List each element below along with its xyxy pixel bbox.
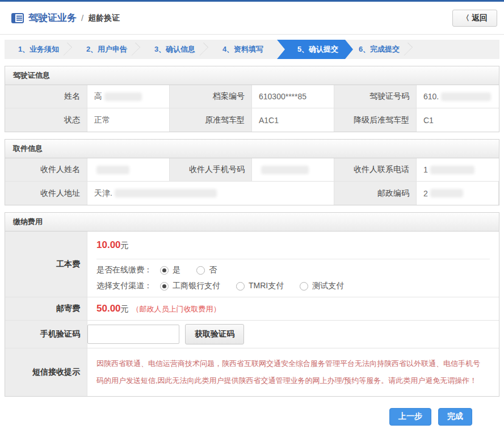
sms-code-label: 手机验证码 bbox=[5, 321, 87, 348]
redacted-blur bbox=[261, 166, 309, 174]
postal-code-label: 邮政编码 bbox=[334, 182, 417, 205]
recipient-address-label: 收件人地址 bbox=[5, 182, 87, 205]
name-label: 姓名 bbox=[5, 85, 87, 108]
original-class-label: 原准驾车型 bbox=[170, 108, 252, 132]
radio-checked-icon[interactable] bbox=[160, 282, 169, 291]
radio-unchecked-icon[interactable] bbox=[300, 282, 308, 291]
radio-checked-icon[interactable] bbox=[160, 266, 169, 275]
production-fee-label: 工本费 bbox=[5, 232, 87, 297]
name-value: 高 bbox=[87, 85, 170, 108]
sms-notice-label: 短信接收提示 bbox=[5, 348, 87, 396]
form-list-icon bbox=[11, 13, 24, 23]
status-value: 正常 bbox=[87, 108, 170, 132]
mail-fee-unit: 元 bbox=[121, 304, 129, 314]
production-fee-unit: 元 bbox=[121, 241, 129, 251]
pickup-info-section: 取件信息 收件人姓名 收件人手机号码 收件人联系电话 1 收件人地址 天津. 邮… bbox=[5, 139, 499, 205]
downgraded-class-label: 降级后准驾车型 bbox=[334, 108, 417, 132]
footer-actions: 上一步 完成 bbox=[0, 397, 504, 429]
mail-fee-note: （邮政人员上门收取费用） bbox=[132, 304, 221, 314]
breadcrumb-separator: / bbox=[81, 13, 83, 23]
license-number-value: 610. bbox=[417, 85, 499, 108]
page-subtitle: 超龄换证 bbox=[88, 13, 120, 23]
get-sms-code-button[interactable]: 获取验证码 bbox=[185, 324, 244, 344]
step-progress-bar: 1、业务须知 2、用户申告 3、确认信息 4、资料填写 5、确认提交 6、完成提… bbox=[5, 40, 499, 59]
mail-fee-cell: 50.00 元 （邮政人员上门收取费用） bbox=[87, 297, 499, 321]
license-section-title: 驾驶证信息 bbox=[5, 66, 499, 85]
recipient-mobile-label: 收件人手机号码 bbox=[170, 158, 252, 182]
pay-online-option-no[interactable]: 否 bbox=[196, 265, 217, 275]
pay-channel-question: 选择支付渠道： bbox=[96, 281, 152, 291]
redacted-blur bbox=[96, 166, 129, 174]
payment-section-title: 缴纳费用 bbox=[5, 213, 499, 232]
redacted-blur bbox=[430, 189, 463, 197]
pay-channel-option-test[interactable]: 测试支付 bbox=[300, 281, 344, 291]
radio-unchecked-icon[interactable] bbox=[236, 282, 245, 291]
chevron-left-icon: 〈 bbox=[462, 13, 469, 23]
pay-online-question: 是否在线缴费： bbox=[96, 265, 152, 275]
production-fee-cell: 10.00 元 是否在线缴费： 是 否 选择支付渠道： 工商银行支 bbox=[87, 232, 499, 297]
file-number-label: 档案编号 bbox=[170, 85, 252, 108]
redacted-blur bbox=[430, 166, 474, 174]
production-fee-amount: 10.00 bbox=[96, 239, 121, 251]
step-tab-3[interactable]: 3、确认信息 bbox=[141, 40, 209, 59]
radio-unchecked-icon[interactable] bbox=[196, 266, 205, 275]
pickup-section-title: 取件信息 bbox=[5, 140, 499, 158]
payment-section: 缴纳费用 工本费 10.00 元 是否在线缴费： 是 否 选择支 bbox=[5, 212, 499, 397]
pay-channel-option-tmri[interactable]: TMRI支付 bbox=[236, 281, 284, 291]
sms-notice-cell: 因陕西省联通、电信运营商技术问题，陕西省互联网交通安全综合服务管理平台无法向持陕… bbox=[87, 348, 499, 396]
recipient-name-label: 收件人姓名 bbox=[5, 158, 87, 182]
redacted-blur bbox=[115, 189, 217, 197]
pay-online-option-yes[interactable]: 是 bbox=[160, 265, 180, 275]
top-bar: 驾驶证业务 / 超龄换证 〈 返回 bbox=[0, 0, 504, 35]
file-number-value: 610300****85 bbox=[252, 85, 334, 108]
postal-code-value: 2 bbox=[417, 182, 499, 205]
status-label: 状态 bbox=[5, 108, 87, 132]
recipient-phone-value: 1 bbox=[417, 158, 499, 182]
step-bar-filler bbox=[413, 40, 499, 59]
mail-fee-label: 邮寄费 bbox=[5, 297, 87, 321]
recipient-mobile-value bbox=[252, 158, 334, 182]
step-tab-5-active[interactable]: 5、确认提交 bbox=[277, 40, 353, 59]
previous-step-button[interactable]: 上一步 bbox=[389, 408, 431, 426]
step-tab-2[interactable]: 2、用户申告 bbox=[73, 40, 141, 59]
step-tab-4[interactable]: 4、资料填写 bbox=[209, 40, 277, 59]
divider bbox=[96, 259, 490, 259]
downgraded-class-value: C1 bbox=[417, 108, 499, 132]
finish-button[interactable]: 完成 bbox=[438, 408, 472, 426]
redacted-blur bbox=[441, 92, 491, 101]
sms-code-input[interactable] bbox=[87, 325, 179, 344]
sms-code-cell: 获取验证码 bbox=[87, 321, 499, 348]
step-tab-6[interactable]: 6、完成提交 bbox=[345, 40, 413, 59]
license-number-label: 驾驶证号码 bbox=[334, 85, 417, 108]
back-button-label: 返回 bbox=[472, 13, 488, 23]
recipient-address-value: 天津. bbox=[87, 182, 334, 205]
mail-fee-amount: 50.00 bbox=[96, 303, 121, 314]
sms-notice-text: 因陕西省联通、电信运营商技术问题，陕西省互联网交通安全综合服务管理平台无法向持陕… bbox=[96, 348, 490, 396]
back-button[interactable]: 〈 返回 bbox=[452, 10, 497, 27]
original-class-value: A1C1 bbox=[252, 108, 334, 132]
license-info-section: 驾驶证信息 姓名 高 档案编号 610300****85 驾驶证号码 610. … bbox=[5, 66, 499, 132]
redacted-blur bbox=[104, 92, 142, 101]
page-title: 驾驶证业务 bbox=[28, 11, 77, 24]
step-tab-1[interactable]: 1、业务须知 bbox=[5, 40, 73, 59]
recipient-phone-label: 收件人联系电话 bbox=[334, 158, 417, 182]
recipient-name-value bbox=[87, 158, 170, 182]
pay-channel-option-icbc[interactable]: 工商银行支付 bbox=[160, 281, 220, 291]
